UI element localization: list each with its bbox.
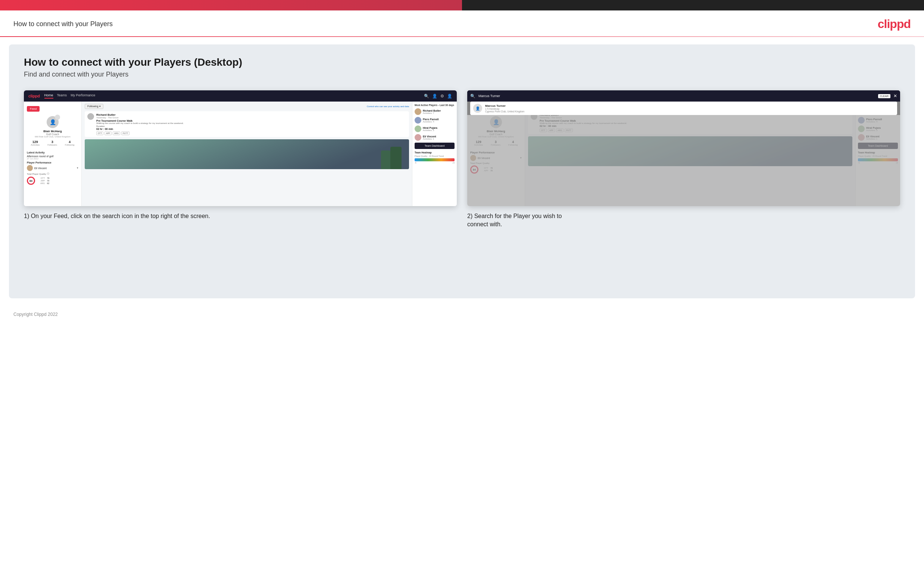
heatmap-min: -5 — [414, 162, 416, 164]
screenshot-1-block: clippd Home Teams My Performance 🔍 👤 ⚙ 👤 — [24, 90, 457, 229]
control-link[interactable]: Control who can see your activity and da… — [367, 105, 409, 107]
player-name-3: Hiral Pujara — [423, 127, 437, 129]
activity-person-sub: Yesterday · The Grove — [96, 117, 406, 119]
header: How to connect with your Players clippd — [0, 10, 924, 36]
settings-icon[interactable]: ⚙ — [440, 94, 444, 99]
profile-club: Mill Ride Golf Club, United Kingdom — [27, 136, 78, 138]
screenshot-2-block: clippd Home Teams My Performance 🔍 👤 ⚙ — [467, 90, 900, 229]
screenshots-row: clippd Home Teams My Performance 🔍 👤 ⚙ 👤 — [24, 90, 900, 229]
score-row: 84 OTT 79 APP 70 — [27, 177, 78, 185]
search-bar-icon: 🔍 — [470, 94, 476, 99]
team-dashboard-btn[interactable]: Team Dashboard — [414, 143, 455, 149]
following-row: Following ▾ Control who can see your act… — [85, 104, 409, 109]
profile-area: 👤 Blair McHarg Golf Coach Mill Ride Golf… — [27, 115, 78, 150]
nav-my-performance[interactable]: My Performance — [71, 93, 95, 99]
right-panel-1: Most Active Players - Last 30 days Richa… — [412, 102, 457, 206]
feed-tab[interactable]: Feed — [27, 106, 40, 112]
screenshot-1-frame: clippd Home Teams My Performance 🔍 👤 ⚙ 👤 — [24, 90, 457, 206]
center-panel-1: Following ▾ Control who can see your act… — [82, 102, 412, 206]
latest-activity-text: Afternoon round of golf — [27, 155, 78, 157]
search-result[interactable]: 👤 Marcus Turner 1·5 Handicap Cypress Poi… — [470, 102, 897, 115]
activity-info: Richard Butler Yesterday · The Grove Pre… — [96, 113, 406, 135]
followers-stat: 3 Followers — [47, 140, 57, 146]
main-content: How to connect with your Players (Deskto… — [9, 44, 915, 298]
score-circle: 84 — [27, 177, 35, 185]
player-acts-1: Activities: 7 — [423, 112, 441, 114]
activity-title: Pre Tournament Course Walk — [96, 120, 406, 122]
player-info-2: Piers Parnell Activities: 4 — [423, 118, 439, 123]
activity-time: 02 hr : 00 min — [96, 128, 406, 130]
app-nav-1: clippd Home Teams My Performance 🔍 👤 ⚙ 👤 — [24, 90, 457, 102]
result-location: Cypress Point Club, United Kingdom — [485, 110, 525, 113]
result-handicap: 1·5 Handicap — [485, 107, 525, 110]
activities-num: 129 — [31, 140, 40, 144]
player-name-2: Piers Parnell — [423, 118, 439, 120]
player-perf-avatar — [27, 165, 33, 171]
player-list-item-1: Richard Butler Activities: 7 — [414, 108, 455, 115]
player-info-4: Eli Vincent Activities: 1 — [423, 135, 436, 140]
nav-right-icons: 🔍 👤 ⚙ 👤 — [424, 94, 452, 99]
tag-putt: PUTT — [121, 132, 129, 135]
copyright: Copyright Clippd 2022 — [13, 312, 58, 317]
avatar-overlay — [55, 115, 60, 120]
bar-app: APP 70 — [37, 180, 52, 182]
heatmap-subtitle: Player Quality · 20 Round Trend — [414, 155, 455, 157]
player-perf-label: Player Performance — [27, 161, 78, 164]
player-avatar-1 — [414, 108, 421, 115]
player-name-1: Richard Butler — [423, 109, 441, 112]
activity-duration-label: Duration — [96, 125, 406, 127]
activities-stat: 129 Activities — [31, 140, 40, 146]
profile-role: Golf Coach — [27, 133, 78, 136]
profile-avatar: 👤 — [47, 116, 58, 128]
activity-tags: OTT APP ARG PUTT — [96, 132, 406, 135]
bar-arg: ARG 62 — [37, 182, 52, 185]
header-divider — [0, 36, 924, 37]
avatar-icon[interactable]: 👤 — [447, 94, 452, 99]
player-dropdown[interactable]: ▾ — [77, 167, 78, 169]
search-bar: 🔍 Marcus Turner CLEAR ✕ — [467, 90, 900, 102]
activity-desc: Walking the course with my coach to buil… — [96, 122, 406, 124]
footer: Copyright Clippd 2022 — [0, 306, 924, 323]
tag-arg: ARG — [113, 132, 120, 135]
followers-label: Followers — [47, 144, 57, 146]
activity-person-name: Richard Butler — [96, 113, 406, 117]
result-name: Marcus Turner — [485, 104, 525, 107]
search-overlay: 🔍 Marcus Turner CLEAR ✕ 👤 Marcus Turner … — [467, 90, 900, 115]
profile-name: Blair McHarg — [27, 130, 78, 133]
nav-teams[interactable]: Teams — [57, 93, 67, 99]
screenshot-2-frame: clippd Home Teams My Performance 🔍 👤 ⚙ — [467, 90, 900, 206]
search-input[interactable]: Marcus Turner — [478, 94, 875, 98]
player-list-item-2: Piers Parnell Activities: 4 — [414, 117, 455, 123]
latest-activity-label: Latest Activity — [27, 151, 78, 154]
tag-app: APP — [105, 132, 112, 135]
following-btn[interactable]: Following ▾ — [85, 104, 104, 109]
result-info: Marcus Turner 1·5 Handicap Cypress Point… — [485, 104, 525, 113]
tag-ott: OTT — [96, 132, 104, 135]
followers-num: 3 — [47, 140, 57, 144]
following-stat: 4 Following — [65, 140, 74, 146]
clear-button[interactable]: CLEAR — [878, 94, 890, 98]
player-acts-4: Activities: 1 — [423, 138, 436, 140]
heatmap-title: Team Heatmap — [414, 151, 455, 154]
quality-text: Total Player Quality — [27, 173, 46, 175]
player-perf-name: Eli Vincent — [34, 167, 75, 169]
most-active-title: Most Active Players - Last 30 days — [414, 104, 455, 106]
people-icon[interactable]: 👤 — [432, 94, 437, 99]
bar-ott: OTT 79 — [37, 177, 52, 179]
golfer-image — [85, 139, 409, 169]
player-avatar-3 — [414, 125, 421, 132]
player-info-3: Hiral Pujara Activities: 3 — [423, 127, 437, 132]
nav-home[interactable]: Home — [44, 93, 53, 99]
heatmap-bar — [414, 158, 455, 161]
activities-label: Activities — [31, 144, 40, 146]
player-avatar-4 — [414, 134, 421, 141]
search-icon[interactable]: 🔍 — [424, 94, 429, 99]
latest-activity-date: 27 Jul 2022 — [27, 157, 78, 160]
close-search-button[interactable]: ✕ — [893, 93, 897, 99]
following-label: Following — [65, 144, 74, 146]
logo: clippd — [878, 17, 911, 31]
bars-area: OTT 79 APP 70 ARG — [37, 177, 52, 185]
player-info-1: Richard Butler Activities: 7 — [423, 109, 441, 114]
player-list-item-4: Eli Vincent Activities: 1 — [414, 134, 455, 141]
top-bar — [0, 0, 924, 10]
